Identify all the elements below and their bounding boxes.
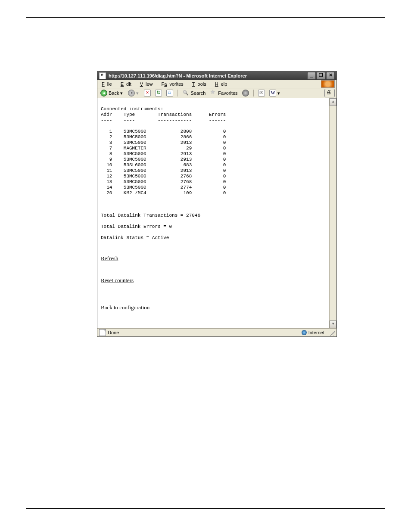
vertical-scrollbar[interactable]: ▴ ▾ bbox=[329, 98, 336, 328]
search-label: Search bbox=[190, 90, 206, 96]
back-label: Back bbox=[109, 90, 119, 96]
home-icon bbox=[166, 90, 173, 96]
media-icon bbox=[242, 90, 249, 96]
window-title: http://10.127.111.196/diag.htm?N - Micro… bbox=[109, 73, 247, 78]
mail-button[interactable] bbox=[257, 89, 266, 97]
refresh-button[interactable] bbox=[154, 89, 163, 97]
status-bar: Done Internet bbox=[97, 328, 336, 336]
minimize-button[interactable]: _ bbox=[307, 72, 316, 80]
forward-dropdown-icon[interactable]: ▾ bbox=[136, 90, 140, 96]
datalink-status: Datalink Status = Active bbox=[101, 235, 326, 241]
mail-icon bbox=[258, 90, 265, 96]
ie-logo-icon bbox=[321, 80, 335, 88]
page-status-icon bbox=[99, 329, 106, 336]
status-text: Done bbox=[108, 330, 119, 335]
media-button[interactable] bbox=[241, 89, 250, 97]
scroll-track[interactable] bbox=[330, 106, 336, 320]
maximize-button[interactable]: ❐ bbox=[317, 72, 325, 80]
menu-file[interactable]: File bbox=[99, 81, 117, 87]
total-transactions: Total Datalink Transactions = 27046 bbox=[101, 213, 326, 218]
search-icon bbox=[182, 90, 189, 96]
home-button[interactable] bbox=[165, 89, 174, 97]
resize-grip[interactable] bbox=[329, 330, 335, 336]
favorites-button[interactable]: Favorites bbox=[209, 89, 239, 97]
favorites-icon bbox=[210, 90, 217, 96]
back-icon bbox=[100, 90, 107, 96]
instrument-table: 1 53MC5000 2808 0 2 53MC5000 2866 0 3 53… bbox=[101, 129, 326, 202]
forward-icon bbox=[128, 90, 135, 96]
ie-app-icon bbox=[99, 72, 106, 79]
internet-zone-icon bbox=[302, 330, 307, 335]
print-button[interactable] bbox=[324, 89, 335, 97]
refresh-link[interactable]: Refresh bbox=[101, 255, 118, 261]
forward-button[interactable]: ▾ bbox=[127, 89, 141, 97]
menu-tools[interactable]: Tools bbox=[190, 81, 212, 87]
stop-icon bbox=[144, 90, 151, 96]
favorites-label: Favorites bbox=[218, 90, 237, 96]
toolbar: Back ▾ ▾ Search Favorites ▾ bbox=[97, 88, 336, 98]
scroll-up-button[interactable]: ▴ bbox=[330, 98, 336, 106]
edit-word-button[interactable]: ▾ bbox=[268, 89, 282, 97]
menu-help[interactable]: Help bbox=[212, 81, 233, 87]
connected-heading: Connected instruments: bbox=[101, 106, 163, 112]
zone-text: Internet bbox=[308, 330, 324, 335]
search-button[interactable]: Search bbox=[181, 89, 207, 97]
back-button[interactable]: Back ▾ bbox=[99, 89, 125, 97]
word-icon bbox=[269, 90, 276, 96]
scroll-down-button[interactable]: ▾ bbox=[330, 320, 336, 328]
menu-edit[interactable]: Edit bbox=[118, 81, 137, 87]
table-header: Addr Type Transactions Errors ---- ---- … bbox=[101, 112, 326, 123]
back-dropdown-icon[interactable]: ▾ bbox=[120, 90, 124, 96]
back-to-config-link[interactable]: Back to configuration bbox=[101, 304, 149, 311]
page-content: Connected instruments: Addr Type Transac… bbox=[97, 98, 329, 328]
menu-view[interactable]: View bbox=[137, 81, 158, 87]
refresh-icon bbox=[155, 90, 162, 96]
title-bar: http://10.127.111.196/diag.htm?N - Micro… bbox=[97, 72, 336, 80]
browser-window: http://10.127.111.196/diag.htm?N - Micro… bbox=[97, 71, 337, 337]
reset-counters-link[interactable]: Reset counters bbox=[101, 277, 134, 283]
edit-dropdown-icon[interactable]: ▾ bbox=[277, 90, 281, 96]
stop-button[interactable] bbox=[143, 89, 152, 97]
close-button[interactable]: ✕ bbox=[326, 72, 335, 80]
total-errors: Total Datalink Errors = 0 bbox=[101, 224, 326, 230]
menu-bar: File Edit View Favorites Tools Help bbox=[97, 80, 336, 88]
menu-favorites[interactable]: Favorites bbox=[159, 81, 189, 87]
